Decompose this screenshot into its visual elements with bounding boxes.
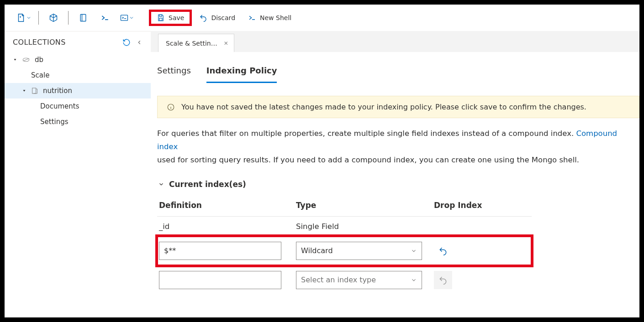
type-select-placeholder: Select an index type [301,275,376,284]
notice-text: You have not saved the latest changes ma… [181,103,586,111]
refresh-icon[interactable] [122,38,131,47]
new-query-button[interactable] [73,10,93,26]
info-icon [167,103,175,111]
close-icon[interactable]: ✕ [224,40,228,47]
discard-label: Discard [211,14,235,21]
divider [68,11,69,25]
open-terminal-dropdown[interactable] [117,10,137,26]
tree-scale-node[interactable]: Scale [5,68,151,83]
unsaved-notice: You have not saved the latest changes ma… [157,96,639,118]
chevron-down-icon [411,248,417,254]
description-text: For queries that filter on multiple prop… [157,127,639,167]
definition-cell: _id [159,222,296,231]
tab-label: Scale & Settin… [166,40,217,47]
connect-button[interactable] [43,10,63,26]
cube-icon [49,13,58,22]
caret-down-icon [13,57,17,62]
svg-rect-5 [32,88,36,93]
type-select-value: Wildcard [301,246,333,255]
tree-collection-node[interactable]: nutrition [5,83,151,99]
toolbar: Save Discard New Shell [5,5,639,31]
type-cell: Single Field [296,222,434,231]
definition-input[interactable] [159,271,281,289]
divider [38,11,39,25]
chevron-down-icon [26,15,32,21]
content: Settings Indexing Policy You have not sa… [151,52,639,295]
subnav-settings[interactable]: Settings [157,63,191,83]
notebook-icon [79,13,88,22]
tree-db-label: db [35,56,43,64]
save-icon [157,14,165,22]
svg-rect-0 [80,15,86,21]
undo-icon [438,246,448,255]
terminal-icon [120,13,129,22]
index-row-new: Select an index type [157,265,532,295]
chevron-down-icon [158,181,164,187]
prompt-icon [100,13,110,22]
current-indexes-header[interactable]: Current index(es) [157,180,639,189]
tree-documents-node[interactable]: Documents [5,99,151,114]
undo-icon [199,14,207,22]
tabstrip: Scale & Settin… ✕ [151,31,639,52]
drop-index-button-disabled [434,271,452,289]
tab-scale-settings[interactable]: Scale & Settin… ✕ [158,34,234,52]
undo-icon [438,275,448,285]
tree-collection-label: nutrition [43,87,72,95]
add-resource-icon [16,13,26,23]
svg-rect-3 [159,15,162,16]
svg-rect-1 [121,15,128,21]
database-icon [22,56,30,64]
new-shell-button[interactable]: New Shell [243,10,297,26]
index-row: _id Single Field [157,217,532,236]
main-panel: Scale & Settin… ✕ Settings Indexing Poli… [151,31,639,317]
tree-scale-label: Scale [31,71,49,79]
collection-icon [31,87,38,94]
col-drop: Drop Index [434,201,530,210]
app-root: Save Discard New Shell COLLECTIONS [5,5,639,317]
tree-database-node[interactable]: db [5,52,151,68]
save-label: Save [169,14,184,21]
discard-button[interactable]: Discard [194,10,241,26]
sidebar-tree: db Scale nutrition Documents Settings [5,52,151,130]
chevron-down-icon [411,277,417,283]
type-select[interactable]: Select an index type [296,271,422,289]
tree-settings-node[interactable]: Settings [5,114,151,130]
sidebar-title: COLLECTIONS [13,38,66,47]
sidebar: COLLECTIONS db [5,31,151,317]
definition-input[interactable] [159,242,281,260]
index-table-header: Definition Type Drop Index [157,201,532,217]
type-select[interactable]: Wildcard [296,242,422,260]
index-row-editable: Wildcard [157,236,532,265]
open-shell-button[interactable] [95,10,115,26]
section-title: Current index(es) [169,180,246,189]
chevron-down-icon [129,15,134,21]
save-button[interactable]: Save [149,10,192,26]
tree-settings-label: Settings [40,118,69,126]
caret-down-icon [22,88,26,93]
svg-rect-2 [159,18,162,21]
collapse-sidebar-icon[interactable] [136,39,143,46]
col-type: Type [296,201,434,210]
add-resource-button[interactable] [14,10,34,26]
tree-documents-label: Documents [40,102,79,110]
prompt-icon [248,14,256,22]
new-shell-label: New Shell [260,14,291,21]
col-definition: Definition [159,201,296,210]
subnav: Settings Indexing Policy [157,63,639,83]
index-table: Definition Type Drop Index _id Single Fi… [157,201,532,295]
drop-index-button[interactable] [434,242,452,260]
subnav-indexing-policy[interactable]: Indexing Policy [206,63,277,83]
